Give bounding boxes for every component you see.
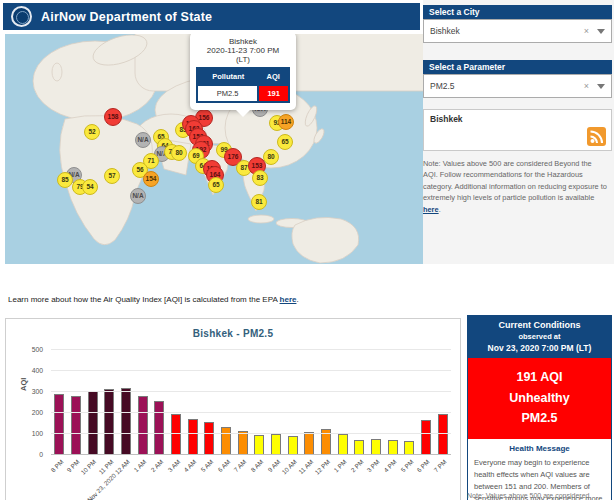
chart-x-tick: 4 PM [382,458,397,473]
chart-bar [238,431,248,454]
rss-feed-icon[interactable] [587,127,606,146]
chart-bar [371,439,381,454]
popup-col-pollutant: Pollutant [197,68,258,85]
city-select[interactable]: Bishkek × [423,19,612,43]
chart-y-tick: 0 [39,451,43,458]
select-parameter-header: Select a Parameter [423,60,612,74]
popup-city: Bishkek [196,37,290,46]
beyond-aqi-note: Note: Values above 500 are considered Be… [423,158,612,215]
chart-x-tick: 4 AM [183,458,198,473]
popup-aqi-value: 191 [258,85,289,102]
chart-x-tick: 7 AM [233,458,248,473]
aqi-category: Unhealthy [470,388,609,409]
chart-gridline [51,412,451,413]
aqi-map-marker[interactable]: N/A [135,132,151,148]
chart-x-tick: 6 PM [416,458,431,473]
aqi-map-marker[interactable]: 85 [57,172,73,188]
aqi-map-marker[interactable]: 83 [252,170,268,186]
aqi-map-marker[interactable]: 81 [251,194,267,210]
city-select-value: Bishkek [430,26,584,36]
health-message-section: Health Message Everyone may begin to exp… [468,439,611,500]
aqi-map-marker[interactable]: N/A [130,188,146,204]
chart-y-axis-label: AQI [19,378,28,391]
learn-more-here-link[interactable]: here [280,295,297,304]
aqi-value: 191 AQI [470,367,609,388]
tab-bar: AQIConcentrationHistorical [0,268,614,288]
chart-x-tick: 5 PM [399,458,414,473]
health-message-title: Health Message [474,444,605,453]
chart-bar [121,388,131,454]
map-popup: Bishkek 2020-11-23 7:00 PM (LT) Pollutan… [190,34,296,110]
aqi-map-marker[interactable]: 114 [278,114,294,130]
chart-x-tick: 12 PM [313,458,331,476]
select-city-header: Select a City [423,5,612,19]
chart-x-axis [51,454,451,455]
chart-bar [304,432,314,454]
chart-bar [421,420,431,454]
chart-bar [104,389,114,454]
chart-x-tick: 5 AM [199,458,214,473]
aqi-map-marker[interactable]: 52 [84,124,100,140]
learn-more-text: Learn more about how the Air Quality Ind… [8,295,299,304]
chart-x-tick: 1 AM [133,458,148,473]
chart-bar [188,419,198,454]
chart-bar [88,391,98,454]
chart-gridline [51,370,451,371]
chart-x-tick: 11 AM [297,458,314,475]
chart-bar [388,440,398,454]
chart-plot-area: 8 PM9 PM10 PM11 PMNov 23, 2020 12 AM1 AM… [51,349,451,454]
current-conditions-title: Current Conditions [470,320,609,330]
chart-bar [254,435,264,454]
chart-x-tick: 1 PM [332,458,347,473]
aqi-pollutant: PM2.5 [470,408,609,429]
chart-gridline [51,433,451,434]
aqi-map-marker[interactable]: 158 [104,108,122,126]
chart-y-tick: 400 [32,367,43,374]
chart-y-tick: 100 [32,430,43,437]
observed-datetime: Nov 23, 2020 7:00 PM (LT) [470,343,609,353]
world-aqi-map[interactable]: 1585285N/A6564N/A7080715657N/A857954154N… [5,34,455,264]
parameter-chevron-down-icon[interactable] [597,84,605,89]
aqi-status-badge: 191 AQI Unhealthy PM2.5 [468,358,611,439]
chart-title: Bishkek - PM2.5 [6,328,460,339]
chart-x-tick: 3 AM [166,458,181,473]
chart-bar [271,434,281,454]
chart-bar [71,396,81,454]
aqi-map-marker[interactable]: 80 [171,145,187,161]
chart-x-tick: 2 PM [349,458,364,473]
sidebar: Select a City Bishkek × Select a Paramet… [423,0,614,264]
chart-bar [438,414,448,454]
popup-datetime: 2020-11-23 7:00 PM [196,46,290,55]
chart-x-tick: 3 PM [366,458,381,473]
parameter-select-value: PM2.5 [430,81,584,91]
aqi-map-marker[interactable]: 57 [104,168,120,184]
chart-x-tick: 8 AM [249,458,264,473]
chart-x-tick: 7 PM [432,458,447,473]
parameter-clear-icon[interactable]: × [584,81,589,91]
beyond-aqi-note-preview: Note: Values above 500 are considered Be… [467,492,612,500]
popup-pollutant-value: PM2.5 [197,85,258,102]
aqi-map-marker[interactable]: 65 [277,134,293,150]
chart-y-tick: 300 [32,388,43,395]
chart-bar [354,440,364,454]
parameter-select[interactable]: PM2.5 × [423,74,612,98]
observed-at-label: observed at [470,332,609,341]
chart-y-tick: 500 [32,346,43,353]
popup-timezone: (LT) [196,55,290,64]
chart-y-tick: 200 [32,409,43,416]
app-header: AirNow Department of State [3,3,420,30]
chart-bar [288,436,298,454]
aqi-map-marker[interactable]: 54 [82,179,98,195]
chart-bar [171,414,181,454]
rss-city-label: Bishkek [430,114,605,124]
note-here-link[interactable]: here [423,205,439,214]
aqi-chart-panel: Bishkek - PM2.5 AQI 8 PM9 PM10 PM11 PMNo… [5,318,461,500]
aqi-map-marker[interactable]: 65 [208,177,224,193]
chart-bar [338,434,348,454]
city-clear-icon[interactable]: × [584,26,589,36]
aqi-map-marker[interactable]: 154 [143,171,159,187]
city-chevron-down-icon[interactable] [597,29,605,34]
chart-x-tick: 9 AM [266,458,281,473]
chart-bar [221,427,231,454]
chart-x-tick: 6 AM [216,458,231,473]
